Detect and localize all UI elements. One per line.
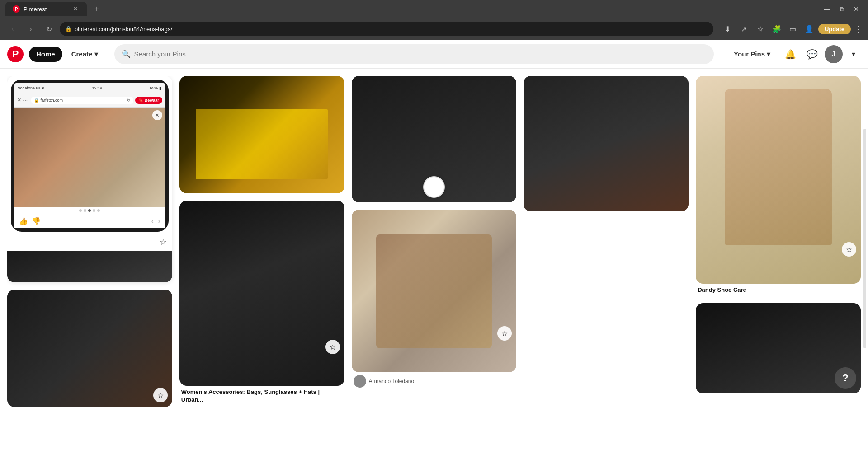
browser-menu-button[interactable]: ⋮ (854, 24, 863, 34)
tan-grey-bag-author: Armando Toledano (352, 372, 517, 390)
phone-card-star[interactable]: ☆ (160, 237, 167, 247)
search-input[interactable] (134, 50, 707, 58)
black-backpack-star[interactable]: ☆ (326, 340, 340, 354)
phone-dot-4 (97, 209, 100, 212)
forward-button[interactable]: › (24, 22, 38, 36)
update-button[interactable]: Update (818, 24, 851, 34)
bewaar-button[interactable]: 🔖 Bewaar (135, 97, 162, 104)
user-avatar-icon[interactable]: 👤 (802, 22, 816, 36)
refresh-button[interactable]: ↻ (42, 22, 56, 36)
search-bar[interactable]: 🔍 (114, 44, 714, 64)
phone-reload-icon[interactable]: ↻ (127, 98, 131, 103)
phone-next-arrow[interactable]: › (158, 216, 160, 226)
notifications-button[interactable]: 🔔 (781, 45, 799, 63)
phone-prev-arrow[interactable]: ‹ (151, 216, 154, 226)
tab-label: Pinterest (24, 6, 68, 13)
header-right: Your Pins ▾ 🔔 💬 J ▾ (726, 45, 861, 63)
croc-jacket-image (524, 76, 689, 211)
phone-browser-dots: ••• (23, 98, 29, 102)
restore-button[interactable]: ⧉ (835, 3, 848, 15)
bag-shape (376, 234, 491, 348)
search-icon: 🔍 (122, 50, 131, 58)
beige-bag-shape (725, 89, 832, 245)
phone-actions: 👍 👎 ‹ › (14, 214, 165, 228)
pin-card-phone-mockup[interactable]: vodafone NL ▾ 12:19 65% ▮ ✕ ••• 🔒 farfet… (7, 76, 172, 282)
lock-icon: 🔒 (65, 26, 72, 32)
your-pins-button[interactable]: Your Pins ▾ (726, 47, 778, 62)
header-nav: Home Create ▾ (29, 47, 105, 62)
window-controls: — ⧉ ✕ (821, 3, 863, 15)
address-bar[interactable]: 🔒 pinterest.com/johnsiou84/mens-bags/ (60, 22, 713, 36)
pin-card-black-backpack[interactable]: ☆ Women's Accessories: Bags, Sunglasses … (179, 201, 344, 407)
phone-like-icon[interactable]: 👍 (19, 217, 28, 225)
phone-dislike-icon[interactable]: 👎 (32, 217, 41, 225)
browser-tab[interactable]: P Pinterest ✕ (5, 2, 87, 16)
pin-card-croc-jacket[interactable] (524, 76, 689, 211)
masonry-grid: vodafone NL ▾ 12:19 65% ▮ ✕ ••• 🔒 farfet… (7, 76, 861, 461)
sidebar-icon[interactable]: ▭ (786, 22, 800, 36)
pin-card-gold-briefcase[interactable] (179, 76, 344, 193)
black-backpack-info: Women's Accessories: Bags, Sunglasses + … (179, 386, 344, 407)
phone-card-footer: ☆ (7, 235, 172, 251)
pin-card-man-bag[interactable]: + (352, 76, 517, 202)
dark-bag-image (7, 290, 172, 407)
beige-backpack-image (696, 76, 861, 284)
phone-time: 12:19 (92, 86, 102, 90)
extensions-icon[interactable]: 🧩 (769, 22, 784, 36)
new-tab-button[interactable]: + (90, 3, 103, 15)
home-nav-button[interactable]: Home (29, 47, 62, 62)
bookmark-icon[interactable]: ☆ (753, 22, 768, 36)
pinterest-header: P Home Create ▾ 🔍 Your Pins ▾ 🔔 💬 J (0, 40, 868, 69)
phone-close-overlay[interactable]: ✕ (152, 110, 162, 120)
back-button[interactable]: ‹ (5, 22, 20, 36)
dandy-shoe-care-label: Dandy Shoe Care (698, 286, 859, 293)
browser-frame: P Pinterest ✕ + — ⧉ ✕ ‹ › ↻ 🔒 pinterest.… (0, 0, 868, 468)
black-backpack-title: Women's Accessories: Bags, Sunglasses + … (181, 388, 343, 404)
share-icon[interactable]: ↗ (737, 22, 751, 36)
create-nav-button[interactable]: Create ▾ (64, 47, 105, 62)
armando-avatar (354, 375, 366, 388)
close-button[interactable]: ✕ (850, 3, 863, 15)
tab-favicon: P (13, 5, 20, 13)
pin-card-tan-grey-bag[interactable]: ☆ Armando Toledano (352, 210, 517, 390)
phone-dot-2 (84, 209, 86, 212)
phone-url: farfetch.com (40, 98, 63, 103)
phone-dot-3 (93, 209, 95, 212)
minimize-button[interactable]: — (821, 3, 834, 15)
beige-backpack-star[interactable]: ☆ (842, 242, 856, 257)
messages-button[interactable]: 💬 (803, 45, 821, 63)
download-icon[interactable]: ⬇ (721, 22, 735, 36)
phone-battery: 65% ▮ (150, 86, 161, 90)
dark-bag-star[interactable]: ☆ (153, 388, 168, 402)
browser-titlebar: P Pinterest ✕ + — ⧉ ✕ (0, 0, 868, 18)
expand-button[interactable]: ▾ (846, 47, 861, 61)
tab-close-button[interactable]: ✕ (71, 5, 80, 13)
toolbar-actions: ⬇ ↗ ☆ 🧩 ▭ 👤 Update ⋮ (721, 22, 863, 36)
question-mark-circle: ? (835, 367, 856, 389)
pin-card-dark-bag[interactable]: ☆ (7, 290, 172, 407)
beige-backpack-info: Dandy Shoe Care (696, 284, 861, 296)
add-pin-button[interactable]: + (423, 176, 445, 198)
address-text: pinterest.com/johnsiou84/mens-bags/ (75, 26, 708, 33)
armando-name: Armando Toledano (369, 378, 415, 384)
pinterest-logo[interactable]: P (7, 46, 24, 62)
scrollbar[interactable] (863, 129, 866, 348)
user-avatar[interactable]: J (825, 45, 843, 63)
browser-toolbar: ‹ › ↻ 🔒 pinterest.com/johnsiou84/mens-ba… (0, 18, 868, 40)
pinterest-app: P Home Create ▾ 🔍 Your Pins ▾ 🔔 💬 J (0, 40, 868, 468)
phone-image-dots (14, 207, 165, 214)
gold-briefcase-image (179, 76, 344, 193)
phone-card-dark-strip (7, 251, 172, 282)
pin-card-beige-backpack[interactable]: ☆ Dandy Shoe Care (696, 76, 861, 296)
phone-lock-icon: 🔒 (34, 98, 39, 103)
pinterest-content: vodafone NL ▾ 12:19 65% ▮ ✕ ••• 🔒 farfet… (0, 69, 868, 468)
phone-browser-close[interactable]: ✕ (17, 97, 21, 103)
phone-carrier: vodafone NL ▾ (18, 86, 44, 90)
black-backpack-image (179, 201, 344, 386)
tan-grey-bag-image (352, 210, 517, 372)
gold-briefcase-shape (196, 109, 328, 179)
pin-card-dark-partial[interactable]: ? (696, 303, 861, 393)
phone-dot-active (88, 209, 91, 212)
dark-partial-image: ? (696, 303, 861, 393)
phone-bag-image: ✕ (14, 108, 165, 207)
